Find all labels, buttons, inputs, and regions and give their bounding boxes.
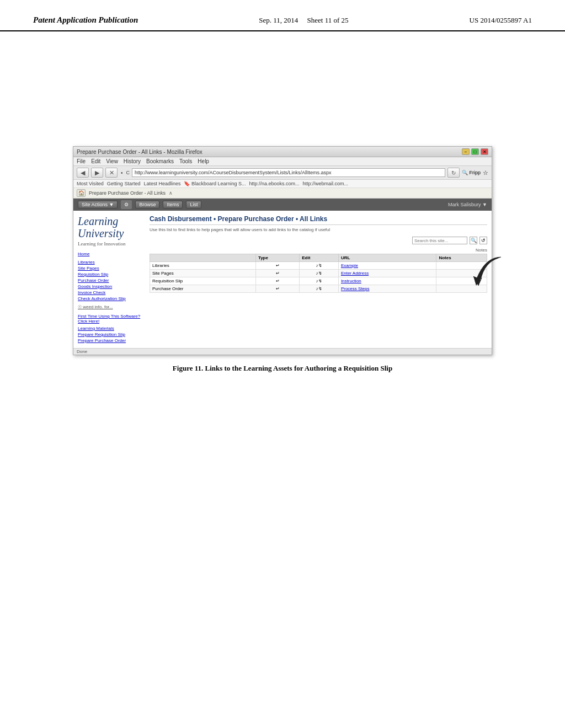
figure-caption-text: Figure 11. Links to the Learning Assets … (173, 364, 392, 372)
bookmark-webmail[interactable]: http://webmail.com... (303, 181, 349, 186)
col-type: Type (255, 254, 299, 262)
browse-button[interactable]: Browse (135, 201, 159, 208)
sidebar-first-time[interactable]: First Time Using This Software? Click He… (78, 313, 144, 324)
lms-toolbar-row: 🏠 Prepare Purchase Order - All Links ∧ (73, 188, 492, 199)
sidebar-learning-materials[interactable]: Learning Materials (78, 325, 144, 331)
lms-nav-left: Site Actions ▼ ⚙ Browse Items List (78, 200, 201, 209)
lms-settings-icon[interactable]: ⚙ (121, 200, 132, 209)
col-name (150, 254, 256, 262)
sidebar-item-purchase-order[interactable]: Purchase Order (78, 277, 144, 283)
forward-button[interactable]: ▶ (91, 168, 103, 178)
lms-logo-tagline: Learning for Innovation (78, 241, 144, 247)
refresh-button[interactable]: ↻ (447, 168, 460, 178)
publication-label: Patent Application Publication (33, 15, 138, 25)
bookmark-blackboard[interactable]: 🔖 Blackboard Learning S... (184, 181, 246, 186)
sidebar-item-requisition-slip[interactable]: Requisition Slip (78, 271, 144, 277)
search-icon: 🔍 (462, 170, 468, 175)
search-area: 🔍 Fripp (462, 170, 481, 175)
browser-wrapper: Prepare Purchase Order - All Links - Moz… (33, 146, 532, 355)
bookmark-most-visited[interactable]: Most Visited (77, 181, 104, 186)
lms-body: Learning University Learning for Innovat… (73, 211, 492, 348)
menu-edit[interactable]: Edit (91, 158, 100, 164)
stop-button[interactable]: ✕ (105, 168, 118, 178)
separator: • (120, 170, 124, 176)
sidebar-item-goods-inspection[interactable]: Goods Inspection (78, 283, 144, 290)
sidebar-item-check-auth[interactable]: Check Authorization Slip (78, 296, 144, 302)
lms-sidebar-nav: Home Libraries Site Pages Requisition Sl… (78, 251, 144, 310)
row3-name: Requisition Slip (150, 277, 256, 285)
browser-window: Prepare Purchase Order - All Links - Moz… (73, 146, 492, 355)
lms-search-button[interactable]: 🔍 (470, 237, 477, 244)
row2-edit: ♪↯ (300, 270, 339, 277)
bookmark-getting-started[interactable]: Getting Started (107, 181, 141, 186)
lms-nav-user[interactable]: Mark Salisbury ▼ (448, 202, 487, 207)
browser-title-text: Prepare Purchase Order - All Links - Moz… (77, 149, 202, 155)
items-button[interactable]: Items (163, 201, 183, 208)
menu-bookmarks[interactable]: Bookmarks (146, 158, 174, 164)
sidebar-item-libraries[interactable]: Libraries (78, 259, 144, 265)
page-header: Patent Application Publication Sep. 11, … (0, 0, 565, 31)
logo-line2: University (78, 227, 144, 239)
row1-url[interactable]: Example (338, 262, 436, 270)
bookmark-ebooks[interactable]: http://na.ebooks.com... (249, 181, 300, 186)
table-row: Purchase Order ↵ ♪↯ Process Steps (150, 285, 487, 293)
row4-url[interactable]: Process Steps (338, 285, 436, 293)
lms-refresh-button[interactable]: ↺ (479, 237, 487, 244)
lms-sidebar-section: First Time Using This Software? Click He… (78, 313, 144, 344)
row2-type: ↵ (255, 270, 299, 277)
lms-search-bar: 🔍 ↺ (150, 237, 487, 244)
sidebar-item-home[interactable]: Home (78, 251, 144, 257)
row4-edit: ♪↯ (300, 285, 339, 293)
bookmark-latest-headlines[interactable]: Latest Headlines (143, 181, 180, 186)
row4-type: ↵ (255, 285, 299, 293)
table-row: Requisition Slip ↵ ♪↯ Instruction (150, 277, 487, 285)
publication-number: US 2014/0255897 A1 (470, 16, 532, 25)
menu-view[interactable]: View (106, 158, 118, 164)
lms-table: Type Edit URL Notes Libraries ↵ ♪↯ (150, 254, 487, 293)
lms-logo-main: Learning University (78, 215, 144, 239)
minimize-button[interactable]: − (462, 148, 470, 155)
notes-label: Notes (150, 248, 487, 253)
menu-file[interactable]: File (77, 158, 86, 164)
table-row: Site Pages ↵ ♪↯ Enter Address (150, 270, 487, 277)
publication-date: Sep. 11, 2014 Sheet 11 of 25 (259, 16, 348, 25)
sidebar-item-void-info[interactable]: ☉ weed info. for... (78, 304, 144, 310)
star-icon[interactable]: ☆ (483, 169, 488, 176)
browser-bookmarks: Most Visited Getting Started Latest Head… (73, 180, 492, 188)
browser-titlebar: Prepare Purchase Order - All Links - Moz… (73, 147, 492, 157)
row2-url[interactable]: Enter Address (338, 270, 436, 277)
sidebar-item-invoice-check[interactable]: Invoice Check (78, 290, 144, 296)
figure-caption: Figure 11. Links to the Learning Assets … (33, 364, 532, 373)
main-content: Prepare Purchase Order - All Links - Moz… (0, 36, 565, 384)
sidebar-item-site-pages[interactable]: Site Pages (78, 265, 144, 271)
row1-name: Libraries (150, 262, 256, 270)
row1-edit: ♪↯ (300, 262, 339, 270)
lms-caret: ∧ (169, 190, 173, 196)
lms-icon: 🏠 (77, 189, 86, 197)
menu-history[interactable]: History (124, 158, 141, 164)
table-row: Libraries ↵ ♪↯ Example (150, 262, 487, 270)
menu-tools[interactable]: Tools (179, 158, 192, 164)
maximize-button[interactable]: □ (471, 148, 479, 155)
logo-line1: Learning (78, 215, 144, 227)
sidebar-prepare-po[interactable]: Prepare Purchase Order (78, 338, 144, 344)
nav-text: Fripp (469, 170, 481, 175)
close-button[interactable]: ✕ (481, 148, 488, 155)
site-actions-button[interactable]: Site Actions ▼ (78, 201, 118, 208)
row3-url[interactable]: Instruction (338, 277, 436, 285)
sidebar-prepare-req[interactable]: Prepare Requisition Slip (78, 331, 144, 338)
row4-name: Purchase Order (150, 285, 256, 293)
browser-menubar: File Edit View History Bookmarks Tools H… (73, 157, 492, 166)
address-bar[interactable] (132, 168, 445, 177)
row3-edit: ♪↯ (300, 277, 339, 285)
list-button[interactable]: List (186, 201, 201, 208)
menu-help[interactable]: Help (198, 158, 209, 164)
row2-name: Site Pages (150, 270, 256, 277)
back-button[interactable]: ◀ (77, 168, 89, 178)
lms-page-desc: Use this list to find links to help page… (150, 227, 487, 232)
lms-nav-bar: Site Actions ▼ ⚙ Browse Items List Mark … (73, 199, 492, 211)
arrow-annotation (471, 251, 504, 290)
lms-search-input[interactable] (412, 237, 467, 244)
c-label: C (126, 170, 130, 175)
browser-statusbar: Done (73, 348, 492, 355)
